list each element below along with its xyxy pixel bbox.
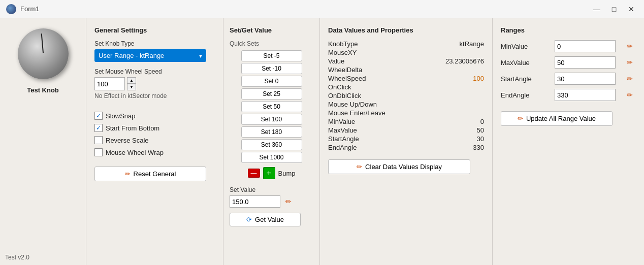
data-row-endangle: EndAngle 330 xyxy=(328,144,484,151)
range-pencil-startangle-button[interactable]: ✏ xyxy=(624,73,636,85)
knob-type-label: Set Knob Type xyxy=(94,40,215,47)
reset-general-label: Reset General xyxy=(134,170,176,178)
bump-row: — + Bump xyxy=(230,167,313,179)
knob-needle xyxy=(41,34,43,53)
update-all-range-button[interactable]: ✏ Update All Range Value xyxy=(501,111,613,126)
data-row-minvalue: MinValue 0 xyxy=(328,118,484,125)
range-pencil-maxvalue-button[interactable]: ✏ xyxy=(624,56,636,69)
quick-btn-set-100[interactable]: Set 100 xyxy=(241,114,302,125)
knob-type-dropdown[interactable]: User Range - ktRange ktLinear ktSector k… xyxy=(94,49,206,62)
data-row-mousexy: MouseXY xyxy=(328,49,484,56)
title-bar: Form1 — □ ✕ xyxy=(0,0,644,18)
range-pencil-minvalue-button[interactable]: ✏ xyxy=(624,40,636,52)
range-row-minvalue: MinValue ✏ xyxy=(501,40,636,52)
general-settings-panel: General Settings Set Knob Type User Rang… xyxy=(86,18,223,265)
data-key-maxvalue: MaxValue xyxy=(328,126,399,134)
data-row-maxvalue: MaxValue 50 xyxy=(328,126,484,134)
bump-minus-button[interactable]: — xyxy=(248,169,260,178)
slowsnap-label: SlowSnap xyxy=(106,112,136,120)
quick-btn-set-minus10[interactable]: Set -10 xyxy=(241,63,302,74)
close-button[interactable]: ✕ xyxy=(625,3,638,16)
quick-btn-set-25[interactable]: Set 25 xyxy=(241,88,302,100)
range-pencil-startangle-icon: ✏ xyxy=(627,75,633,83)
range-input-endangle[interactable] xyxy=(555,89,616,101)
range-row-maxvalue: MaxValue ✏ xyxy=(501,56,636,69)
maximize-button[interactable]: □ xyxy=(607,3,621,16)
set-value-pencil-button[interactable]: ✏ xyxy=(282,195,295,208)
title-bar-left: Form1 xyxy=(6,4,40,14)
set-value-row: ✏ xyxy=(230,195,313,208)
mousewheelwrap-label: Mouse Wheel Wrap xyxy=(106,149,164,156)
data-values-panel: Data Values and Properties KnobType ktRa… xyxy=(320,18,493,265)
clear-data-values-button[interactable]: ✏ Clear Data Values Display xyxy=(328,159,470,174)
slowsnap-checkbox[interactable]: ✓ xyxy=(94,112,103,120)
get-value-button[interactable]: ⟳ Get Value xyxy=(230,213,301,226)
quick-btn-set-minus5[interactable]: Set -5 xyxy=(241,50,302,61)
data-row-mouseupdown: Mouse Up/Down xyxy=(328,101,484,108)
range-input-minvalue[interactable] xyxy=(555,40,616,52)
checkbox-row-mousewheelwrap: Mouse Wheel Wrap xyxy=(94,148,215,156)
range-input-startangle[interactable] xyxy=(555,73,616,85)
range-label-maxvalue: MaxValue xyxy=(501,59,546,67)
update-pencil-icon: ✏ xyxy=(518,115,523,122)
data-value-maxvalue: 50 xyxy=(477,126,484,134)
spin-down-button[interactable]: ▼ xyxy=(127,84,136,90)
ranges-panel: Ranges MinValue ✏ MaxValue ✏ StartAngle … xyxy=(493,18,644,265)
quick-btn-set-0[interactable]: Set 0 xyxy=(241,76,302,87)
ranges-title: Ranges xyxy=(501,26,636,34)
data-key-mouseupdown: Mouse Up/Down xyxy=(328,101,399,108)
startfrombottom-label: Start From Bottom xyxy=(106,124,159,132)
quick-btn-set-180[interactable]: Set 180 xyxy=(241,126,302,138)
bump-plus-button[interactable]: + xyxy=(263,167,275,179)
range-pencil-minvalue-icon: ✏ xyxy=(627,42,633,50)
startfrombottom-checkbox[interactable]: ✓ xyxy=(94,124,103,132)
reset-general-button[interactable]: ✏ Reset General xyxy=(94,167,206,181)
clear-data-values-label: Clear Data Values Display xyxy=(365,163,442,171)
setget-panel: Set/Get Value Quick Sets Set -5 Set -10 … xyxy=(223,18,320,265)
mousewheelwrap-checkbox[interactable] xyxy=(94,148,103,156)
data-row-value: Value 23.23005676 xyxy=(328,57,484,65)
data-row-wheeldelta: WheelDelta xyxy=(328,66,484,74)
spinbox-buttons: ▲ ▼ xyxy=(127,77,136,90)
mouse-wheel-speed-input[interactable] xyxy=(94,77,125,90)
knob-visual[interactable] xyxy=(18,28,69,79)
reversescale-checkbox[interactable] xyxy=(94,136,103,144)
reversescale-label: Reverse Scale xyxy=(106,137,149,144)
range-pencil-endangle-button[interactable]: ✏ xyxy=(624,89,636,101)
data-key-onclick: OnClick xyxy=(328,83,399,91)
set-value-input[interactable] xyxy=(230,195,280,208)
get-value-label: Get Value xyxy=(255,216,284,223)
no-effect-text: No Effect in ktSector mode xyxy=(94,92,215,100)
checkboxes-section: ✓ SlowSnap ✓ Start From Bottom Reverse S… xyxy=(94,112,215,156)
data-value-minvalue: 0 xyxy=(480,118,484,125)
general-settings-title: General Settings xyxy=(94,26,215,34)
data-key-endangle: EndAngle xyxy=(328,144,399,151)
slowsnap-checkmark: ✓ xyxy=(96,113,101,119)
minimize-button[interactable]: — xyxy=(590,3,603,16)
range-pencil-endangle-icon: ✏ xyxy=(627,91,633,99)
range-label-minvalue: MinValue xyxy=(501,43,546,50)
range-input-maxvalue[interactable] xyxy=(555,56,616,69)
data-row-mouseenterleave: Mouse Enter/Leave xyxy=(328,109,484,117)
bump-label: Bump xyxy=(278,170,296,177)
set-value-label: Set Value xyxy=(230,186,313,193)
mouse-wheel-speed-section: Set Mouse Wheel Speed ▲ ▼ No Effect in k… xyxy=(94,68,215,100)
quick-btn-set-360[interactable]: Set 360 xyxy=(241,139,302,150)
pencil-icon: ✏ xyxy=(285,197,292,206)
knob-type-dropdown-wrapper: User Range - ktRange ktLinear ktSector k… xyxy=(94,49,206,62)
app-title: Form1 xyxy=(20,5,40,13)
data-value-endangle: 330 xyxy=(473,144,484,151)
title-bar-controls: — □ ✕ xyxy=(590,3,638,16)
data-value-knobtype: ktRange xyxy=(460,40,484,48)
range-pencil-maxvalue-icon: ✏ xyxy=(627,58,633,67)
data-key-mouseenterleave: Mouse Enter/Leave xyxy=(328,109,399,117)
range-row-startangle: StartAngle ✏ xyxy=(501,73,636,85)
app-icon xyxy=(6,4,16,14)
data-key-knobtype: KnobType xyxy=(328,40,399,48)
data-row-ondblclick: OnDblClick xyxy=(328,92,484,100)
quick-btn-set-1000[interactable]: Set 1000 xyxy=(241,152,302,163)
data-row-startangle: StartAngle 30 xyxy=(328,135,484,143)
data-value-value: 23.23005676 xyxy=(445,57,484,65)
spin-up-button[interactable]: ▲ xyxy=(127,77,136,84)
quick-btn-set-50[interactable]: Set 50 xyxy=(241,101,302,112)
